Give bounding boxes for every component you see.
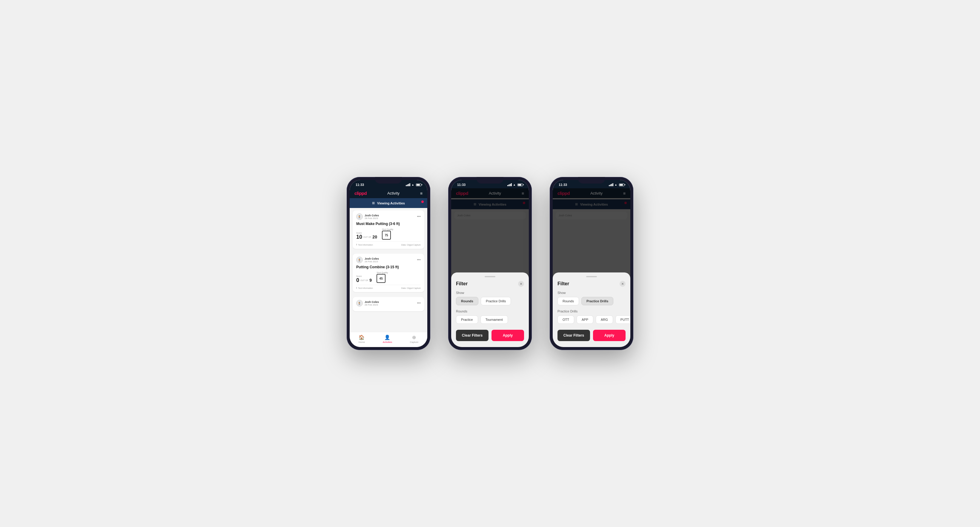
filter-modal-2: Filter × Show Rounds Practice Drills Rou… <box>451 273 529 347</box>
out-of-text-1: OUT OF <box>363 236 371 238</box>
logo-2: clippd <box>456 191 468 196</box>
stat-out-of-1: 10 OUT OF 20 <box>356 234 377 240</box>
more-dots-1[interactable]: ••• <box>417 214 421 219</box>
signal-bars-3 <box>609 183 613 186</box>
capture-icon-1: ⊕ <box>412 335 416 340</box>
avatar-1: 🏌 <box>356 213 363 220</box>
phone-notch-3 <box>578 177 605 184</box>
viewing-bar-1[interactable]: ⊞ Viewing Activities <box>350 198 427 208</box>
apply-btn-2[interactable]: Apply <box>492 330 524 341</box>
nav-activities-1[interactable]: 👤 Activities <box>383 335 392 343</box>
status-icons-3: ▲ <box>609 183 624 186</box>
activity-card-3: 🏌 Josh Coles 28 Feb 2023 ••• <box>353 297 424 311</box>
stat-quality-2: Shot Quality 45 <box>377 271 388 283</box>
signal-bars-2 <box>508 183 512 186</box>
nav-capture-1[interactable]: ⊕ Capture <box>410 335 418 343</box>
modal-overlay-2[interactable]: Filter × Show Rounds Practice Drills Rou… <box>451 198 529 347</box>
user-name-date-2: Josh Coles 28 Feb 2023 <box>364 257 379 263</box>
stat-total-2: 9 <box>369 278 372 282</box>
viewing-bar-text-1: Viewing Activities <box>377 202 405 205</box>
user-name-date-1: Josh Coles 28 Feb 2023 <box>364 214 379 220</box>
user-date-3: 28 Feb 2023 <box>364 303 379 306</box>
signal-bars-1 <box>406 183 410 186</box>
menu-icon-3[interactable]: ≡ <box>623 191 625 196</box>
modal-handle-3 <box>586 276 597 277</box>
phone-inner-3: 11:33 ▲ clippd Activity <box>553 180 630 347</box>
header-title-1: Activity <box>387 191 399 195</box>
test-info-1: ℹ Test Information <box>356 243 373 246</box>
phone-inner-2: 11:33 ▲ clippd Activity <box>451 180 529 347</box>
tournament-btn-2[interactable]: Tournament <box>480 316 508 324</box>
card-footer-2: ℹ Test Information Data: Clippd Capture <box>356 285 421 289</box>
signal-bar-1 <box>406 185 407 186</box>
stat-total-1: 20 <box>372 235 377 239</box>
status-icons-2: ▲ <box>508 183 523 186</box>
practice-drills-btn-2[interactable]: Practice Drills <box>481 297 511 305</box>
modal-overlay-3[interactable]: Filter × Show Rounds Practice Drills Pra… <box>553 198 630 347</box>
avatar-3: 🏌 <box>356 300 363 306</box>
user-info-1: 🏌 Josh Coles 28 Feb 2023 <box>356 213 379 220</box>
phone-notch-1 <box>375 177 402 184</box>
activity-title-2: Putting Combine (3-15 ft) <box>356 265 421 269</box>
out-of-text-2: OUT OF <box>360 279 368 281</box>
activities-icon-1: 👤 <box>384 335 390 340</box>
putt-btn-3[interactable]: PUTT <box>616 316 630 324</box>
card-header-3: 🏌 Josh Coles 28 Feb 2023 ••• <box>356 300 421 306</box>
stat-quality-label-2: Shot Quality <box>377 271 388 274</box>
nav-home-1[interactable]: 🏠 Home <box>359 335 365 343</box>
clear-filters-btn-3[interactable]: Clear Filters <box>557 330 590 341</box>
menu-icon-1[interactable]: ≡ <box>420 191 423 196</box>
battery-2 <box>517 184 523 186</box>
modal-close-2[interactable]: × <box>518 281 524 287</box>
clear-filters-btn-2[interactable]: Clear Filters <box>456 330 488 341</box>
data-source-1: Data: Clippd Capture <box>401 244 421 246</box>
user-date-2: 28 Feb 2023 <box>364 260 379 263</box>
bottom-nav-1: 🏠 Home 👤 Activities ⊕ Capture <box>350 332 427 347</box>
home-icon-1: 🏠 <box>359 335 364 340</box>
app-header-3: clippd Activity ≡ <box>553 188 630 198</box>
viewing-dot-1 <box>421 200 424 203</box>
practice-drills-section-label-3: Practice Drills <box>557 310 625 313</box>
more-dots-2[interactable]: ••• <box>417 258 421 262</box>
card-header-2: 🏌 Josh Coles 28 Feb 2023 ••• <box>356 257 421 263</box>
shot-quality-badge-2: 45 <box>377 274 385 283</box>
stat-out-of-2: 0 OUT OF 9 <box>356 278 372 283</box>
ott-btn-3[interactable]: OTT <box>557 316 574 324</box>
content-area-3: ⊞ Viewing Activities Josh Coles Filter <box>553 198 630 347</box>
card-header-1: 🏌 Josh Coles 28 Feb 2023 ••• <box>356 213 421 220</box>
modal-close-3[interactable]: × <box>620 281 625 287</box>
signal-bar-3 <box>408 184 409 186</box>
show-label-3: Show <box>557 291 625 295</box>
app-header-2: clippd Activity ≡ <box>451 188 529 198</box>
practice-drills-btn-3[interactable]: Practice Drills <box>581 297 613 305</box>
logo-3: clippd <box>557 191 570 196</box>
rounds-btn-2[interactable]: Rounds <box>456 297 478 305</box>
rounds-btn-3[interactable]: Rounds <box>557 297 579 305</box>
battery-3 <box>619 184 624 186</box>
nav-home-label-1: Home <box>359 341 365 343</box>
modal-header-3: Filter × <box>557 281 625 287</box>
signal-bar-2 <box>407 184 408 186</box>
menu-icon-2[interactable]: ≡ <box>522 191 524 196</box>
arg-btn-3[interactable]: ARG <box>596 316 613 324</box>
stat-quality-label-1: Shot Quality <box>382 228 393 230</box>
practice-round-btn-2[interactable]: Practice <box>456 316 478 324</box>
app-btn-3[interactable]: APP <box>577 316 593 324</box>
phone-3: 11:33 ▲ clippd Activity <box>550 177 633 350</box>
wifi-icon-2: ▲ <box>513 183 516 186</box>
status-icons-1: ▲ <box>406 183 421 186</box>
data-source-2: Data: Clippd Capture <box>401 287 421 289</box>
more-dots-3[interactable]: ••• <box>417 301 421 305</box>
app-content-1: 🏌 Josh Coles 28 Feb 2023 ••• Must Make P… <box>350 208 427 332</box>
filter-modal-3: Filter × Show Rounds Practice Drills Pra… <box>553 273 630 347</box>
phone-inner-1: 11:33 ▲ clippd Activity <box>350 180 427 347</box>
activity-card-2: 🏌 Josh Coles 28 Feb 2023 ••• Putting Com… <box>353 254 424 292</box>
modal-title-2: Filter <box>456 281 468 286</box>
nav-activities-label-1: Activities <box>383 341 392 343</box>
stat-score-label-2: Score <box>356 275 372 277</box>
stat-score-2: Score 0 OUT OF 9 <box>356 275 372 283</box>
apply-btn-3[interactable]: Apply <box>593 330 625 341</box>
show-buttons-3: Rounds Practice Drills <box>557 297 625 305</box>
test-info-2: ℹ Test Information <box>356 287 373 289</box>
wifi-icon-3: ▲ <box>614 183 617 186</box>
